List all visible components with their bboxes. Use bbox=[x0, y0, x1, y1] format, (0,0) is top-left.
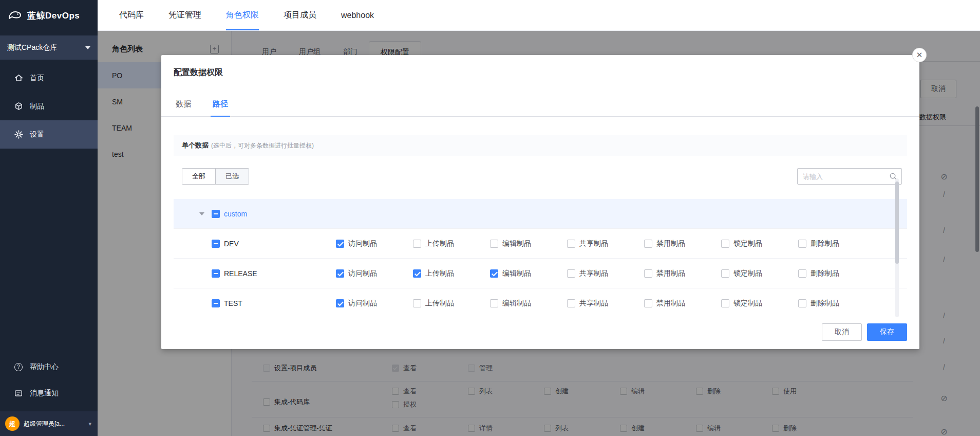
checkbox[interactable] bbox=[336, 240, 344, 248]
perm-share[interactable]: 共享制品 bbox=[567, 269, 644, 278]
checkbox[interactable] bbox=[798, 240, 806, 248]
filter-selected[interactable]: 已选 bbox=[215, 169, 249, 184]
dialog-tabs: 数据 路径 bbox=[161, 99, 919, 117]
perm-delete[interactable]: 删除制品 bbox=[798, 299, 875, 308]
tree-checkbox[interactable] bbox=[212, 240, 220, 248]
checkbox[interactable] bbox=[413, 269, 421, 278]
checkbox[interactable] bbox=[644, 269, 652, 278]
checkbox-label: 删除制品 bbox=[811, 269, 839, 278]
checkbox[interactable] bbox=[644, 299, 652, 307]
checkbox[interactable] bbox=[721, 269, 729, 278]
sidebar-item-label: 消息通知 bbox=[30, 389, 59, 398]
section-title: 单个数据 bbox=[182, 141, 209, 150]
perm-upload[interactable]: 上传制品 bbox=[413, 299, 490, 308]
checkbox[interactable] bbox=[567, 269, 575, 278]
tree-checkbox[interactable] bbox=[212, 299, 220, 307]
sidebar-item-settings[interactable]: 设置 bbox=[0, 120, 98, 149]
checkbox[interactable] bbox=[490, 269, 498, 278]
chevron-down-icon bbox=[85, 46, 90, 49]
save-button[interactable]: 保存 bbox=[867, 323, 907, 341]
perm-edit[interactable]: 编辑制品 bbox=[490, 299, 567, 308]
nav-tab-roles[interactable]: 角色权限 bbox=[226, 0, 259, 30]
checkbox[interactable] bbox=[798, 269, 806, 278]
perm-lock[interactable]: 锁定制品 bbox=[721, 299, 798, 308]
perm-forbid[interactable]: 禁用制品 bbox=[644, 239, 721, 248]
perm-lock[interactable]: 锁定制品 bbox=[721, 269, 798, 278]
checkbox-label: 共享制品 bbox=[579, 299, 608, 308]
checkbox-label: 上传制品 bbox=[425, 269, 454, 278]
nav-tab-codelib[interactable]: 代码库 bbox=[119, 0, 144, 30]
help-icon: ? bbox=[13, 362, 24, 372]
nav-tab-members[interactable]: 项目成员 bbox=[284, 0, 316, 30]
home-icon bbox=[13, 73, 24, 83]
checkbox[interactable] bbox=[413, 299, 421, 307]
search-input[interactable] bbox=[798, 169, 901, 184]
perm-delete[interactable]: 删除制品 bbox=[798, 269, 875, 278]
perm-share[interactable]: 共享制品 bbox=[567, 299, 644, 308]
nav-tab-webhook[interactable]: webhook bbox=[341, 0, 374, 30]
dialog-title: 配置数据权限 bbox=[174, 67, 907, 78]
collapse-arrow-icon[interactable] bbox=[199, 212, 212, 215]
checkbox[interactable] bbox=[336, 269, 344, 278]
perm-lock[interactable]: 锁定制品 bbox=[721, 239, 798, 248]
perm-edit[interactable]: 编辑制品 bbox=[490, 239, 567, 248]
checkbox-label: 编辑制品 bbox=[502, 239, 531, 248]
checkbox[interactable] bbox=[644, 240, 652, 248]
logo[interactable]: 蓝鲸DevOps bbox=[0, 0, 98, 31]
checkbox-label: 删除制品 bbox=[811, 239, 839, 248]
tree-row-release: RELEASE 访问制品 上传制品 编辑制品 共享制品 禁用制品 锁定制品 删除… bbox=[174, 259, 907, 288]
artifact-icon bbox=[13, 101, 24, 112]
checkbox-label: 访问制品 bbox=[348, 239, 377, 248]
tree-checkbox[interactable] bbox=[212, 269, 220, 278]
checkbox[interactable] bbox=[413, 240, 421, 248]
perm-access[interactable]: 访问制品 bbox=[336, 269, 413, 278]
checkbox[interactable] bbox=[336, 299, 344, 307]
checkbox[interactable] bbox=[721, 299, 729, 307]
sidebar-item-help[interactable]: ? 帮助中心 bbox=[0, 354, 98, 380]
checkbox[interactable] bbox=[721, 240, 729, 248]
path-tree: custom DEV 访问制品 上传制品 编辑制品 共享制品 禁用制品 锁定制品… bbox=[174, 199, 907, 318]
perm-access[interactable]: 访问制品 bbox=[336, 239, 413, 248]
perm-upload[interactable]: 上传制品 bbox=[413, 269, 490, 278]
checkbox-label: 编辑制品 bbox=[502, 299, 531, 308]
checkbox-label: 访问制品 bbox=[348, 299, 377, 308]
checkbox-label: 共享制品 bbox=[579, 269, 608, 278]
tab-path[interactable]: 路径 bbox=[211, 99, 230, 117]
whale-logo-icon bbox=[7, 8, 23, 23]
user-name: 超级管理员[a... bbox=[24, 420, 84, 428]
user-menu[interactable]: 超 超级管理员[a... ▾ bbox=[0, 411, 98, 436]
sidebar-item-home[interactable]: 首页 bbox=[0, 64, 98, 92]
checkbox[interactable] bbox=[567, 299, 575, 307]
tree-checkbox[interactable] bbox=[212, 210, 220, 218]
perm-delete[interactable]: 删除制品 bbox=[798, 239, 875, 248]
checkbox-label: 禁用制品 bbox=[656, 239, 685, 248]
modal-scrollbar[interactable] bbox=[895, 181, 899, 264]
sidebar: 蓝鲸DevOps 测试CPack仓库 首页 制品 bbox=[0, 0, 98, 436]
checkbox-label: 禁用制品 bbox=[656, 269, 685, 278]
checkbox[interactable] bbox=[490, 299, 498, 307]
perm-forbid[interactable]: 禁用制品 bbox=[644, 299, 721, 308]
perm-forbid[interactable]: 禁用制品 bbox=[644, 269, 721, 278]
checkbox[interactable] bbox=[798, 299, 806, 307]
perm-edit[interactable]: 编辑制品 bbox=[490, 269, 567, 278]
filter-all[interactable]: 全部 bbox=[182, 169, 215, 184]
cancel-button[interactable]: 取消 bbox=[822, 323, 862, 341]
checkbox-label: 上传制品 bbox=[425, 299, 454, 308]
tree-node-label[interactable]: custom bbox=[224, 210, 247, 218]
perm-upload[interactable]: 上传制品 bbox=[413, 239, 490, 248]
close-icon[interactable]: ✕ bbox=[913, 48, 926, 62]
tab-data[interactable]: 数据 bbox=[174, 99, 193, 117]
tree-row-custom: custom bbox=[174, 199, 907, 229]
sidebar-item-artifacts[interactable]: 制品 bbox=[0, 92, 98, 120]
project-selector[interactable]: 测试CPack仓库 bbox=[0, 35, 98, 60]
perm-share[interactable]: 共享制品 bbox=[567, 239, 644, 248]
checkbox-label: 访问制品 bbox=[348, 269, 377, 278]
checkbox-label: 锁定制品 bbox=[733, 239, 762, 248]
app-title: 蓝鲸DevOps bbox=[27, 10, 80, 22]
checkbox[interactable] bbox=[490, 240, 498, 248]
checkbox[interactable] bbox=[567, 240, 575, 248]
checkbox-label: 上传制品 bbox=[425, 239, 454, 248]
nav-tab-credentials[interactable]: 凭证管理 bbox=[168, 0, 201, 30]
sidebar-item-notifications[interactable]: 消息通知 bbox=[0, 380, 98, 406]
perm-access[interactable]: 访问制品 bbox=[336, 299, 413, 308]
